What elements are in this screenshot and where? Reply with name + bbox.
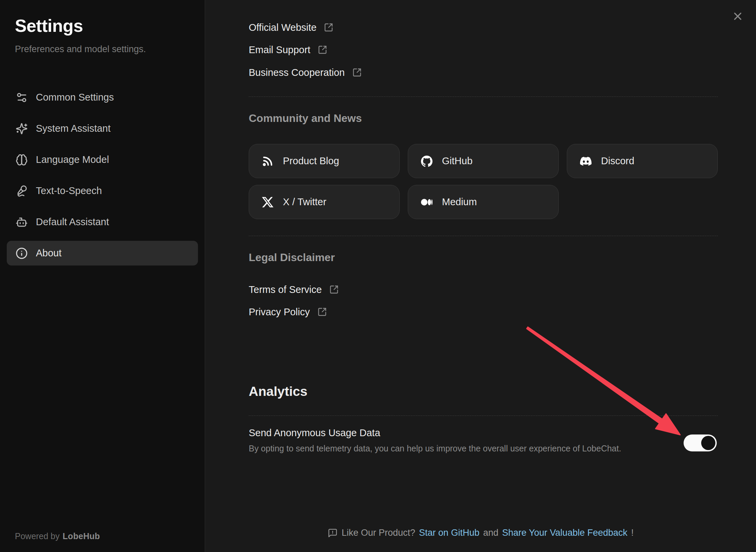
share-feedback-link[interactable]: Share Your Valuable Feedback <box>502 528 627 538</box>
external-link-icon <box>324 23 333 32</box>
sidebar-item-language-model[interactable]: Language Model <box>7 147 198 172</box>
x-logo-icon <box>262 196 273 208</box>
business-cooperation-link[interactable]: Business Cooperation <box>249 65 362 80</box>
toggle-knob <box>701 436 715 450</box>
email-support-link[interactable]: Email Support <box>249 42 327 58</box>
external-link-icon <box>329 285 339 294</box>
x-twitter-button[interactable]: X / Twitter <box>249 185 400 219</box>
send-usage-data-description: By opting to send telemetry data, you ca… <box>249 444 682 453</box>
rss-icon <box>262 155 273 167</box>
link-label: Privacy Policy <box>249 306 310 318</box>
sidebar-item-label: Language Model <box>36 154 109 165</box>
legal-heading: Legal Disclaimer <box>249 251 718 264</box>
page-subtitle: Preferences and model settings. <box>15 44 190 55</box>
bot-icon <box>16 216 28 228</box>
external-link-icon <box>352 68 362 77</box>
sidebar-item-system-assistant[interactable]: System Assistant <box>7 116 198 141</box>
star-on-github-link[interactable]: Star on GitHub <box>419 528 480 538</box>
github-button[interactable]: GitHub <box>408 144 559 178</box>
community-buttons: Product Blog GitHub Discord X / Twitter … <box>249 144 718 219</box>
section-divider <box>249 97 718 97</box>
brain-icon <box>16 154 28 166</box>
footer-text: and <box>483 528 498 538</box>
section-divider <box>249 416 718 416</box>
link-label: Email Support <box>249 44 310 56</box>
discord-button[interactable]: Discord <box>567 144 718 178</box>
sidebar-header: Settings Preferences and model settings. <box>0 0 205 55</box>
sidebar-item-text-to-speech[interactable]: Text-to-Speech <box>7 178 198 203</box>
sidebar-item-about[interactable]: About <box>7 241 198 266</box>
medium-icon <box>421 196 432 208</box>
settings-sidebar: Settings Preferences and model settings.… <box>0 0 205 552</box>
button-label: Medium <box>442 196 477 208</box>
button-label: X / Twitter <box>283 196 326 208</box>
sidebar-item-common-settings[interactable]: Common Settings <box>7 85 198 110</box>
github-icon <box>421 155 432 167</box>
footer-text: Like Our Product? <box>341 528 415 538</box>
external-link-icon <box>318 45 327 55</box>
sparkles-icon <box>16 123 28 135</box>
info-icon <box>16 247 28 259</box>
close-icon <box>732 10 744 22</box>
sliders-icon <box>16 91 28 104</box>
discord-icon <box>580 155 592 167</box>
terms-of-service-link[interactable]: Terms of Service <box>249 282 339 297</box>
powered-by: Powered byLobeHub <box>15 531 100 541</box>
button-label: Product Blog <box>283 155 339 167</box>
sidebar-item-label: About <box>36 248 62 259</box>
button-label: Discord <box>601 155 634 167</box>
official-website-link[interactable]: Official Website <box>249 20 333 35</box>
community-heading: Community and News <box>249 112 718 125</box>
send-usage-data-toggle[interactable] <box>684 434 717 451</box>
message-square-icon <box>328 528 338 538</box>
medium-button[interactable]: Medium <box>408 185 559 219</box>
link-label: Terms of Service <box>249 284 322 295</box>
close-button[interactable] <box>732 10 744 22</box>
sidebar-item-default-assistant[interactable]: Default Assistant <box>7 210 198 234</box>
page-title: Settings <box>15 16 190 36</box>
about-settings-panel: Contact Us Official Website Email Suppor… <box>205 0 756 552</box>
product-blog-button[interactable]: Product Blog <box>249 144 400 178</box>
lobehub-brand: LobeHub <box>63 531 100 541</box>
sidebar-item-label: Common Settings <box>36 92 114 103</box>
analytics-heading: Analytics <box>249 384 718 399</box>
mic-icon <box>16 185 28 197</box>
privacy-policy-link[interactable]: Privacy Policy <box>249 304 327 320</box>
sidebar-item-label: Text-to-Speech <box>36 185 102 196</box>
sidebar-item-label: System Assistant <box>36 123 111 134</box>
contact-us-heading: Contact Us <box>249 0 718 2</box>
sidebar-nav: Common Settings System Assistant Languag… <box>0 85 205 266</box>
send-usage-data-label: Send Anonymous Usage Data <box>249 427 718 439</box>
sidebar-item-label: Default Assistant <box>36 216 109 228</box>
button-label: GitHub <box>442 155 472 167</box>
link-label: Business Cooperation <box>249 67 345 78</box>
feedback-footer: Like Our Product? Star on GitHub and Sha… <box>205 528 756 538</box>
footer-text: ! <box>631 528 634 538</box>
section-divider <box>249 236 718 236</box>
external-link-icon <box>317 307 327 317</box>
link-label: Official Website <box>249 22 316 33</box>
powered-by-label: Powered by <box>15 531 60 541</box>
